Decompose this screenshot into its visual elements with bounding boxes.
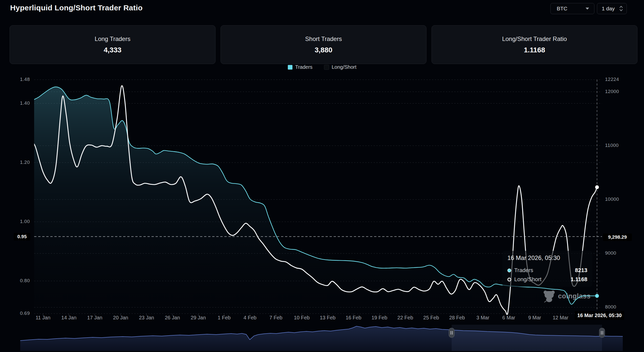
tooltip-row-long-short: Long/Short 1.1168 — [507, 276, 587, 283]
coinglass-long-short-ratio-page: Hyperliquid Long/Short Trader Ratio BTC … — [0, 0, 644, 352]
tooltip-value: 1.1168 — [571, 276, 587, 283]
chart-tooltip: 16 Mar 2026, 05:30 Traders 8213 Long/Sho… — [502, 251, 592, 287]
tooltip-row-traders: Traders 8213 — [507, 267, 587, 274]
long-short-marker-icon — [507, 278, 511, 281]
navigator-right-handle[interactable] — [599, 328, 605, 338]
tooltip-date: 16 Mar 2026, 05:30 — [507, 254, 587, 261]
navigator-selection[interactable] — [452, 325, 602, 351]
crosshair-date-badge: 16 Mar 2026, 05:30 — [575, 311, 624, 320]
traders-marker-icon — [507, 269, 511, 272]
tooltip-value: 8213 — [575, 267, 587, 274]
navigator-left-handle[interactable] — [449, 328, 455, 338]
tooltip-label: Traders — [514, 267, 533, 274]
crosshair-right-axis-badge: 9,298.29 — [603, 233, 632, 241]
series-end-dot-long-short — [595, 185, 599, 189]
crosshair-left-axis-badge: 0.95 — [14, 233, 30, 240]
main-chart[interactable] — [0, 0, 644, 352]
series-end-dot-traders — [595, 294, 599, 298]
tooltip-label: Long/Short — [514, 276, 542, 283]
